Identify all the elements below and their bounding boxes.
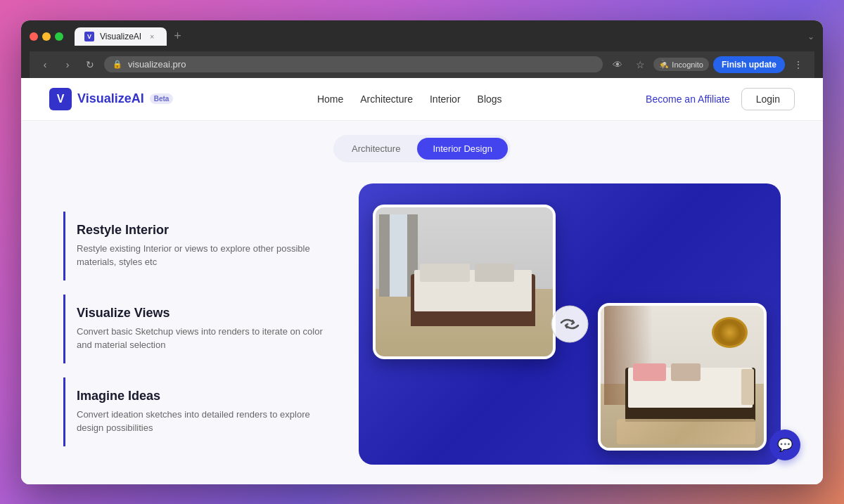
tab-toggle: Architecture Interior Design <box>333 135 511 162</box>
more-options-icon[interactable]: ⋮ <box>789 56 807 74</box>
nav-actions: Become an Affiliate Login <box>646 88 795 110</box>
close-button[interactable] <box>30 32 38 41</box>
incognito-label: Incognito <box>672 60 703 69</box>
features-list: Restyle Interior Restyle existing Interi… <box>63 183 331 460</box>
maximize-button[interactable] <box>55 32 63 41</box>
site-nav: V VisualizeAI Beta Home Architecture Int… <box>21 78 823 121</box>
nav-architecture-link[interactable]: Architecture <box>360 93 413 105</box>
tab-bar: V VisualizeAI × + ⌄ <box>75 27 814 46</box>
feature-visualize-title: Visualize Views <box>77 306 331 321</box>
feature-visualize-desc: Convert basic Sketchup views into render… <box>77 325 331 352</box>
login-button[interactable]: Login <box>741 88 795 110</box>
tab-favicon: V <box>84 32 94 41</box>
nav-blogs-link[interactable]: Blogs <box>478 93 502 105</box>
incognito-badge: 🕵 Incognito <box>653 58 709 71</box>
chat-button[interactable]: 💬 <box>769 429 800 460</box>
tab-close-icon[interactable]: × <box>147 32 157 41</box>
feature-imagine-desc: Convert ideation sketches into detailed … <box>77 408 331 435</box>
transform-arrow <box>549 303 591 345</box>
incognito-icon: 🕵 <box>659 60 669 69</box>
after-image <box>598 303 767 451</box>
logo-text: VisualizeAI <box>77 91 144 106</box>
nav-links: Home Architecture Interior Blogs <box>317 93 502 105</box>
tab-title: VisualizeAI <box>100 32 141 41</box>
feature-imagine-title: Imagine Ideas <box>77 389 331 403</box>
browser-chrome: V VisualizeAI × + ⌄ ‹ › ↻ 🔒 visualizeai.… <box>21 20 823 78</box>
finish-update-button[interactable]: Finish update <box>713 56 785 73</box>
feature-restyle-title: Restyle Interior <box>77 223 331 238</box>
minimize-button[interactable] <box>42 32 51 41</box>
main-content: Restyle Interior Restyle existing Interi… <box>21 169 823 484</box>
feature-restyle: Restyle Interior Restyle existing Interi… <box>63 212 331 280</box>
forward-button[interactable]: › <box>59 56 76 73</box>
logo-area: V VisualizeAI Beta <box>49 88 173 110</box>
feature-visualize: Visualize Views Convert basic Sketchup v… <box>63 295 331 363</box>
page-content: V VisualizeAI Beta Home Architecture Int… <box>21 78 823 484</box>
browser-window: V VisualizeAI × + ⌄ ‹ › ↻ 🔒 visualizeai.… <box>21 20 823 484</box>
browser-toolbar: ‹ › ↻ 🔒 visualizeai.pro 👁 ☆ 🕵 Incognito … <box>30 51 814 78</box>
feature-imagine: Imagine Ideas Convert ideation sketches … <box>63 377 331 446</box>
affiliate-link[interactable]: Become an Affiliate <box>646 93 730 105</box>
star-icon[interactable]: ☆ <box>631 56 649 74</box>
refresh-button[interactable]: ↻ <box>82 56 98 73</box>
beta-badge: Beta <box>150 93 174 104</box>
address-text: visualizeai.pro <box>128 59 594 70</box>
nav-home-link[interactable]: Home <box>317 93 343 105</box>
new-tab-button[interactable]: + <box>171 29 184 44</box>
address-bar[interactable]: 🔒 visualizeai.pro <box>104 56 603 72</box>
nav-interior-link[interactable]: Interior <box>430 93 461 105</box>
feature-restyle-desc: Restyle existing Interior or views to ex… <box>77 242 331 269</box>
toolbar-actions: 👁 ☆ 🕵 Incognito Finish update ⋮ <box>608 56 807 74</box>
interior-design-tab[interactable]: Interior Design <box>417 138 508 160</box>
lock-icon: 🔒 <box>113 60 122 69</box>
back-button[interactable]: ‹ <box>37 56 53 73</box>
architecture-tab[interactable]: Architecture <box>336 138 416 160</box>
tab-toggle-area: Architecture Interior Design <box>21 121 823 169</box>
logo-icon: V <box>49 88 72 110</box>
active-tab[interactable]: V VisualizeAI × <box>75 27 167 46</box>
traffic-lights <box>30 32 63 41</box>
svg-point-0 <box>551 306 588 342</box>
tab-expand-icon[interactable]: ⌄ <box>807 32 814 41</box>
eye-off-icon[interactable]: 👁 <box>608 56 627 74</box>
before-image <box>373 205 556 359</box>
hero-visual <box>359 183 781 465</box>
